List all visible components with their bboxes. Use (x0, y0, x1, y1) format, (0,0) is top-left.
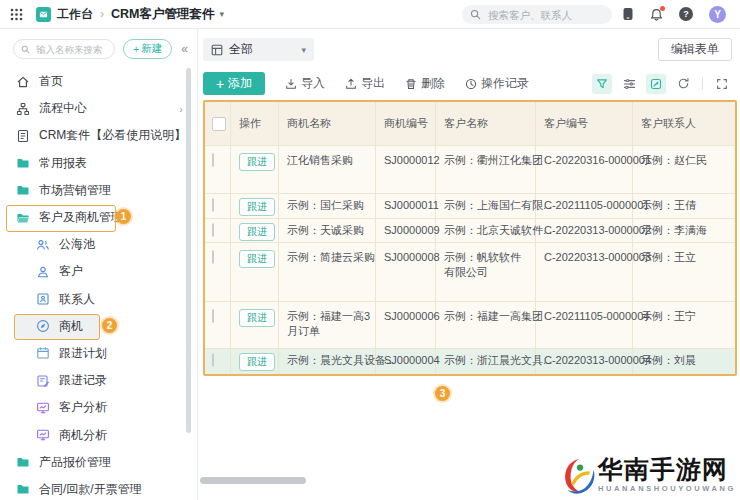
sidebar: +新建 « 首页 流程中心 › CRM套件【必看使用说明】 常用 (0, 28, 198, 500)
sidebar-item-contacts[interactable]: 联系人 (0, 286, 197, 313)
sidebar-scrollbar[interactable] (186, 68, 191, 433)
new-button[interactable]: +新建 (123, 39, 172, 59)
row-checkbox[interactable] (212, 309, 214, 323)
home-icon (16, 75, 30, 89)
sidebar-search-input[interactable] (34, 43, 107, 56)
sidebar-item-label: 常用报表 (39, 155, 87, 172)
collapse-sidebar-icon[interactable]: « (181, 42, 188, 56)
follow-up-button[interactable]: 跟进 (239, 153, 275, 171)
column-header-action[interactable]: 操作 (231, 102, 279, 145)
user-avatar[interactable]: Y (709, 6, 726, 23)
sidebar-item-label: 商机 (59, 318, 83, 335)
sidebar-item-followup-plan[interactable]: 跟进计划 (0, 340, 197, 367)
add-button[interactable]: + 添加 (203, 72, 265, 95)
cell-customer-contact: 示例：王倩 (633, 194, 735, 218)
sidebar-item-customers[interactable]: 客户 (0, 258, 197, 285)
row-checkbox[interactable] (212, 250, 214, 264)
app-grid-menu-icon[interactable] (10, 8, 23, 21)
import-button[interactable]: 导入 (285, 75, 325, 92)
table-row[interactable]: 跟进 示例：天诚采购 SJ0000009 示例：北京天诚软件... C-2022… (205, 219, 735, 243)
row-checkbox[interactable] (212, 223, 214, 237)
topbar-icon-group: ? Y (622, 0, 726, 28)
operation-history-button[interactable]: 操作记录 (465, 75, 529, 92)
folder-icon (16, 156, 30, 170)
breadcrumb-workspace[interactable]: 工作台 (57, 6, 93, 23)
refresh-button[interactable] (673, 74, 693, 94)
sidebar-item-process-center[interactable]: 流程中心 › (0, 95, 197, 122)
horizontal-scrollbar[interactable] (200, 477, 306, 484)
mobile-app-icon[interactable] (622, 7, 634, 21)
follow-up-button[interactable]: 跟进 (239, 198, 275, 216)
sidebar-nav: 首页 流程中心 › CRM套件【必看使用说明】 常用报表 市场营销管理 (0, 68, 197, 500)
sidebar-item-opportunity-analysis[interactable]: 商机分析 (0, 421, 197, 448)
row-checkbox[interactable] (212, 198, 214, 212)
view-caret-icon: ▾ (301, 45, 306, 55)
sidebar-item-followup-records[interactable]: 跟进记录 (0, 367, 197, 394)
suite-dropdown-caret-icon[interactable]: ▾ (219, 9, 224, 19)
cell-customer-contact: 示例：王立 (633, 243, 735, 301)
sidebar-item-label: 合同/回款/开票管理 (39, 481, 142, 498)
global-search[interactable] (462, 5, 612, 24)
filter-button[interactable] (592, 74, 612, 94)
table-row[interactable]: 跟进 江化销售采购 SJ0000012 示例：衢州江化集团 C-20220316… (205, 146, 735, 194)
cell-customer-contact: 示例：王宁 (633, 302, 735, 348)
follow-up-button[interactable]: 跟进 (239, 250, 275, 268)
cell-opportunity-name: 江化销售采购 (279, 146, 376, 193)
trash-icon (405, 78, 417, 90)
export-button[interactable]: 导出 (345, 75, 385, 92)
watermark-subtitle: HUANANSHOUYOUWANG (598, 484, 736, 493)
cell-customer-name: 示例：上海国仁有限... (436, 194, 536, 218)
sidebar-item-marketing[interactable]: 市场营销管理 (0, 177, 197, 204)
view-selector[interactable]: 全部 ▾ (203, 38, 314, 61)
row-checkbox[interactable] (212, 153, 214, 167)
folder-icon (16, 183, 30, 197)
chevron-right-icon: › (179, 103, 183, 115)
sidebar-item-customer-opportunity[interactable]: 客户及商机管理 (0, 204, 197, 231)
sidebar-item-contract-management[interactable]: 合同/回款/开票管理 (0, 476, 197, 500)
select-all-checkbox[interactable] (212, 117, 226, 131)
sidebar-search[interactable] (13, 39, 115, 59)
top-navbar: 工作台 › CRM客户管理套件 ▾ ? Y (0, 0, 740, 29)
view-selector-label: 全部 (229, 41, 253, 58)
column-settings-button[interactable] (619, 74, 639, 94)
cell-customer-no: C-20220313-0000002 (536, 219, 633, 242)
follow-up-button[interactable]: 跟进 (239, 223, 275, 241)
column-header-opportunity-no[interactable]: 商机编号 (376, 102, 436, 145)
cell-customer-contact: 示例：李满海 (633, 219, 735, 242)
users-icon (36, 238, 50, 252)
sidebar-item-label: 跟进记录 (59, 372, 107, 389)
cell-customer-contact: 示例：刘晨 (633, 349, 735, 376)
sidebar-item-opportunities[interactable]: 商机 (0, 313, 197, 340)
sidebar-item-label: 联系人 (59, 291, 95, 308)
notification-bell-icon[interactable] (650, 8, 663, 21)
table-row[interactable]: 跟进 示例：简捷云采购 SJ0000008 示例：帆软软件有限公司 C-2022… (205, 243, 735, 302)
column-header-customer-no[interactable]: 客户编号 (536, 102, 633, 145)
table-row[interactable]: 跟进 示例：国仁采购 SJ0000011 示例：上海国仁有限... C-2021… (205, 194, 735, 219)
fullscreen-button[interactable] (712, 74, 732, 94)
follow-up-button[interactable]: 跟进 (239, 353, 275, 371)
row-checkbox[interactable] (212, 353, 214, 367)
help-icon[interactable]: ? (679, 7, 693, 21)
folder-icon (16, 455, 30, 469)
delete-button[interactable]: 删除 (405, 75, 445, 92)
sidebar-item-product-quotes[interactable]: 产品报价管理 (0, 449, 197, 476)
column-header-customer-name[interactable]: 客户名称 (436, 102, 536, 145)
follow-up-button[interactable]: 跟进 (239, 309, 275, 327)
form-view-button[interactable] (646, 74, 666, 94)
sidebar-item-home[interactable]: 首页 (0, 68, 197, 95)
sidebar-item-crm-guide[interactable]: CRM套件【必看使用说明】 (0, 122, 197, 149)
cell-customer-no: C-20220313-0000004 (536, 349, 633, 376)
edit-form-button[interactable]: 编辑表单 (658, 38, 732, 61)
table-row[interactable]: 跟进 示例：福建一高3月订单 SJ0000006 示例：福建一高集团 C-202… (205, 302, 735, 349)
sidebar-item-common-reports[interactable]: 常用报表 (0, 150, 197, 177)
annotation-step2-badge: 2 (102, 318, 117, 333)
column-header-customer-contact[interactable]: 客户联系人 (633, 102, 735, 145)
sidebar-item-customer-analysis[interactable]: 客户分析 (0, 394, 197, 421)
cell-customer-no: C-20220313-0000003 (536, 243, 633, 301)
breadcrumb-suite-title[interactable]: CRM客户管理套件 (111, 6, 214, 23)
sidebar-item-label: 产品报价管理 (39, 454, 111, 471)
column-header-opportunity-name[interactable]: 商机名称 (279, 102, 376, 145)
sidebar-item-public-pool[interactable]: 公海池 (0, 231, 197, 258)
global-search-input[interactable] (486, 8, 604, 22)
table-row-selected[interactable]: 跟进 示例：晨光文具设备... SJ0000004 示例：浙江晨光文具... C… (205, 349, 735, 376)
